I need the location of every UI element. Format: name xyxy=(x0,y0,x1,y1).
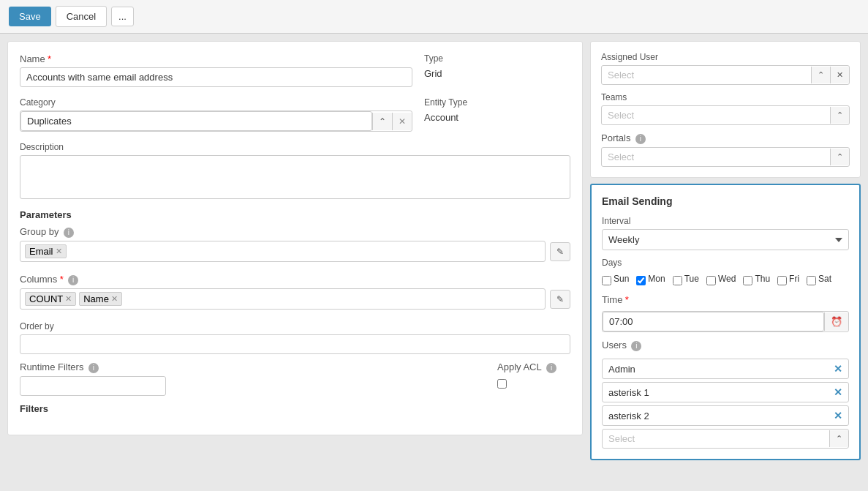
day-sun-checkbox[interactable] xyxy=(602,276,611,285)
order-by-input[interactable] xyxy=(20,334,570,354)
interval-label: Interval xyxy=(602,216,849,226)
teams-label: Teams xyxy=(601,92,850,102)
category-clear-btn[interactable]: ✕ xyxy=(392,113,412,130)
day-mon-checkbox[interactable] xyxy=(636,276,646,285)
columns-tag-count-remove[interactable]: ✕ xyxy=(65,295,72,303)
day-fri-label: Fri xyxy=(789,274,799,284)
user-admin-name: Admin xyxy=(608,364,834,375)
runtime-filters-label: Runtime Filters i xyxy=(20,361,486,373)
users-list: Admin ✕ asterisk 1 ✕ asterisk 2 ✕ xyxy=(602,359,849,429)
day-wed-label: Wed xyxy=(718,274,736,284)
time-control: ⏰ xyxy=(602,311,849,332)
portals-expand-btn[interactable]: ⌃ xyxy=(830,149,849,165)
columns-tag-input[interactable]: COUNT ✕ Name ✕ xyxy=(20,288,546,310)
right-panel: Assigned User Select ⌃ ✕ Teams Select ⌃ … xyxy=(590,41,861,460)
order-by-label: Order by xyxy=(20,321,570,331)
main-content: Name * Type Grid Category ⌃ ✕ En xyxy=(0,34,868,468)
users-select-placeholder: Select xyxy=(603,430,829,448)
day-fri-checkbox[interactable] xyxy=(777,276,787,285)
columns-label: Columns * i xyxy=(20,274,570,285)
assigned-user-control[interactable]: Select ⌃ ✕ xyxy=(601,65,850,85)
cancel-button[interactable]: Cancel xyxy=(56,6,107,27)
assigned-user-placeholder: Select xyxy=(602,66,811,84)
apply-acl-group: Apply ACL i xyxy=(497,361,570,391)
entity-type-label: Entity Type xyxy=(424,97,570,108)
user-asterisk2-remove-btn[interactable]: ✕ xyxy=(834,410,842,421)
description-group: Description xyxy=(20,142,570,199)
time-label: Time * xyxy=(602,294,849,305)
time-input[interactable] xyxy=(603,312,824,331)
columns-group: Columns * i COUNT ✕ Name ✕ xyxy=(20,274,570,314)
apply-acl-info-icon[interactable]: i xyxy=(546,363,556,373)
day-tue-checkbox[interactable] xyxy=(673,276,682,285)
group-by-info-icon[interactable]: i xyxy=(64,228,74,238)
user-item-asterisk1: asterisk 1 ✕ xyxy=(602,382,849,402)
days-group: Days Sun Mon Tue xyxy=(602,258,849,287)
email-sending-panel: Email Sending Interval Daily Weekly Mont… xyxy=(590,184,861,460)
runtime-filters-info-icon[interactable]: i xyxy=(88,363,99,373)
assigned-user-clear-btn[interactable]: ✕ xyxy=(830,67,849,83)
users-group: Users i Admin ✕ asterisk 1 ✕ asterisk 2 … xyxy=(602,340,849,449)
top-bar: Save Cancel ... xyxy=(0,0,868,34)
runtime-filters-input[interactable] xyxy=(20,376,166,396)
type-group: Type Grid xyxy=(424,53,570,87)
assigned-user-expand-btn[interactable]: ⌃ xyxy=(811,67,830,83)
columns-required-star: * xyxy=(60,274,64,285)
users-select-expand-btn[interactable]: ⌃ xyxy=(829,430,848,447)
apply-acl-checkbox[interactable] xyxy=(497,379,507,389)
users-label: Users i xyxy=(602,340,849,351)
description-label: Description xyxy=(20,142,570,152)
users-info-icon[interactable]: i xyxy=(631,341,641,351)
user-asterisk1-remove-btn[interactable]: ✕ xyxy=(834,386,842,398)
time-required-star: * xyxy=(625,294,629,305)
day-tue-label: Tue xyxy=(684,274,699,284)
group-by-tag-email-remove[interactable]: ✕ xyxy=(56,247,62,255)
columns-tag-name: Name ✕ xyxy=(79,292,122,306)
day-mon-label: Mon xyxy=(648,274,665,284)
email-sending-title: Email Sending xyxy=(602,195,849,207)
user-item-asterisk2: asterisk 2 ✕ xyxy=(602,405,849,426)
columns-info-icon[interactable]: i xyxy=(68,275,78,285)
name-label: Name * xyxy=(20,53,412,64)
category-entitytype-row: Category ⌃ ✕ Entity Type Account xyxy=(20,97,570,132)
time-group: Time * ⏰ xyxy=(602,294,849,332)
columns-edit-btn[interactable]: ✎ xyxy=(550,290,570,309)
day-thu: Thu xyxy=(743,274,770,287)
teams-control[interactable]: Select ⌃ xyxy=(601,105,850,125)
day-thu-checkbox[interactable] xyxy=(743,276,752,285)
portals-control[interactable]: Select ⌃ xyxy=(601,147,850,167)
group-by-edit-btn[interactable]: ✎ xyxy=(550,242,570,261)
description-textarea[interactable] xyxy=(20,155,570,199)
day-sat-checkbox[interactable] xyxy=(807,276,816,285)
time-picker-btn[interactable]: ⏰ xyxy=(824,312,848,331)
assigned-user-label: Assigned User xyxy=(601,52,850,62)
user-admin-remove-btn[interactable]: ✕ xyxy=(834,363,842,375)
columns-tag-count-text: COUNT xyxy=(29,293,63,304)
columns-tag-name-remove[interactable]: ✕ xyxy=(111,295,118,303)
runtime-apply-row: Runtime Filters i Apply ACL i xyxy=(20,361,570,396)
apply-acl-checkbox-wrap xyxy=(497,379,570,391)
day-sat-label: Sat xyxy=(818,274,831,284)
apply-acl-label: Apply ACL i xyxy=(497,361,570,373)
type-value: Grid xyxy=(424,67,570,79)
save-button[interactable]: Save xyxy=(9,7,51,26)
interval-select[interactable]: Daily Weekly Monthly xyxy=(602,229,849,250)
category-input[interactable] xyxy=(20,111,372,131)
name-input[interactable] xyxy=(20,67,412,87)
portals-info-icon[interactable]: i xyxy=(635,134,646,144)
columns-tag-name-text: Name xyxy=(83,293,109,304)
interval-group: Interval Daily Weekly Monthly xyxy=(602,216,849,250)
day-mon: Mon xyxy=(636,274,665,287)
category-expand-btn[interactable]: ⌃ xyxy=(372,113,392,130)
entity-type-value: Account xyxy=(424,110,570,123)
day-wed-checkbox[interactable] xyxy=(706,276,716,285)
users-select-control[interactable]: Select ⌃ xyxy=(602,429,849,449)
entity-type-group: Entity Type Account xyxy=(424,97,570,132)
group-by-tag-input[interactable]: Email ✕ xyxy=(20,241,546,262)
right-top-panel: Assigned User Select ⌃ ✕ Teams Select ⌃ … xyxy=(590,41,861,178)
group-by-row: Email ✕ ✎ xyxy=(20,241,570,262)
teams-expand-btn[interactable]: ⌃ xyxy=(830,107,849,124)
more-button[interactable]: ... xyxy=(111,7,134,26)
portals-placeholder: Select xyxy=(602,148,830,166)
portals-label: Portals i xyxy=(601,132,850,144)
